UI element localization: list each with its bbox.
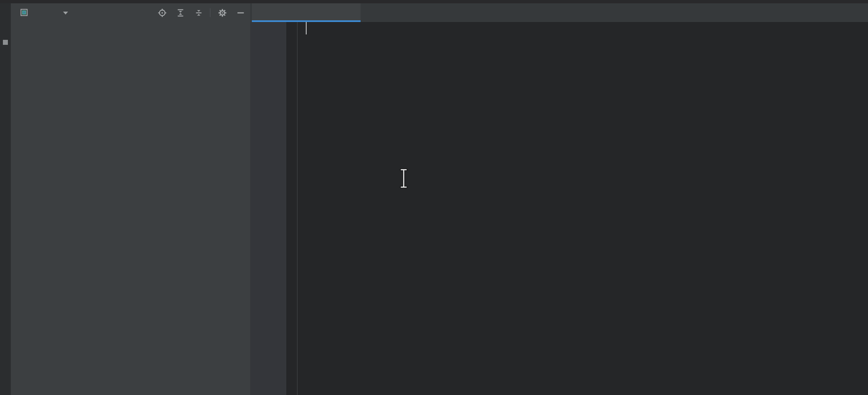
settings-button[interactable] (218, 8, 227, 17)
editor-tab-bar (250, 3, 868, 22)
locate-file-button[interactable] (158, 8, 167, 17)
collapse-all-button[interactable] (194, 8, 203, 17)
tab-relilab-termine-php[interactable] (252, 3, 361, 22)
window-top-strip (0, 0, 868, 3)
expand-all-button[interactable] (176, 8, 185, 17)
gutter-separator (297, 22, 297, 395)
chevron-down-icon[interactable] (63, 12, 68, 15)
tool-window-stripe (0, 3, 11, 395)
project-view-icon (20, 8, 28, 17)
editor-area (250, 3, 868, 395)
phpstorm-window (0, 0, 868, 395)
code-editor[interactable] (250, 22, 868, 395)
text-caret (306, 22, 307, 34)
tool-window-square-icon[interactable] (3, 40, 8, 45)
project-panel (11, 3, 250, 395)
toolbar-divider (210, 8, 210, 17)
hide-panel-button[interactable] (236, 8, 245, 17)
project-toolbar (11, 3, 250, 22)
project-tree (11, 22, 250, 395)
editor-gutter (250, 22, 286, 395)
project-stripe-button[interactable] (0, 7, 11, 44)
ibeam-mouse-cursor (397, 168, 410, 189)
